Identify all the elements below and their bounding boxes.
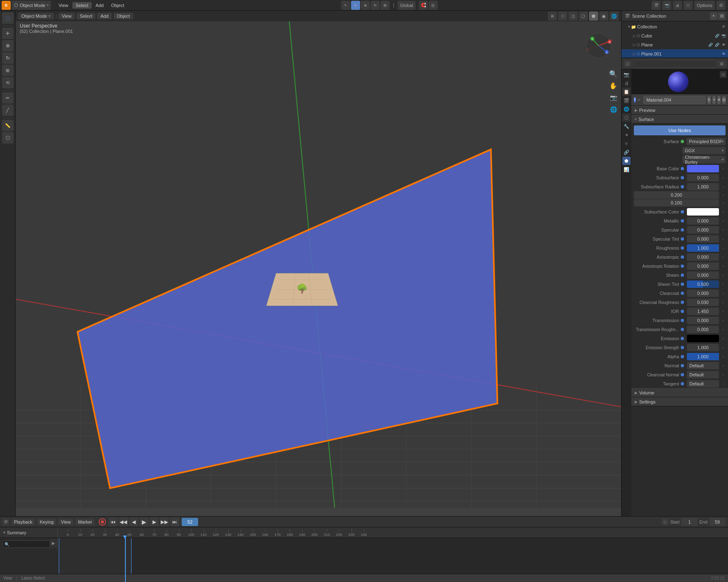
constraints-props-tab[interactable]: 🔗 (622, 148, 631, 156)
rendered-shading-btn[interactable]: 🌐 (610, 12, 619, 21)
filter-icon[interactable]: ⊟ (716, 1, 726, 10)
object-mode-dropdown[interactable]: Object Mode ▾ (18, 13, 54, 19)
preview-section-header[interactable]: ▶ Preview (631, 106, 728, 115)
tangent-arrow[interactable]: › (721, 380, 726, 387)
plane001-eye-btn[interactable]: 👁 (721, 51, 726, 57)
filter-collection-btn[interactable]: ⊟ (718, 12, 726, 20)
solid-shading-btn[interactable]: ⬟ (589, 12, 598, 21)
ior-arrow[interactable]: › (721, 308, 726, 315)
viewport-xray-btn[interactable]: ◫ (569, 12, 578, 21)
emission-arrow[interactable]: › (721, 335, 726, 342)
metallic-arrow[interactable]: › (721, 217, 726, 225)
subsurface-radius-arrow[interactable]: › (721, 183, 726, 190)
scene-view-btn[interactable]: 🌐 (608, 104, 619, 115)
sheen-tint-input[interactable]: 0.500 (687, 281, 719, 288)
summary-collapse-arrow[interactable]: ▾ (3, 530, 5, 535)
pan-btn[interactable]: ✋ (608, 80, 619, 91)
prev-keyframe-btn[interactable]: ◀◀ (119, 517, 128, 526)
roughness-arrow[interactable]: › (721, 244, 726, 252)
modifiers-props-tab[interactable]: 🔧 (622, 122, 631, 130)
select-tool-icon[interactable]: ↖ (341, 1, 350, 10)
data-props-tab[interactable]: 📊 (622, 165, 631, 174)
proportional-icon[interactable]: ◎ (429, 1, 438, 10)
anisotropic-input[interactable]: 0.000 (687, 253, 719, 261)
material-delete-btn[interactable]: ✕ (717, 96, 721, 104)
timeline-search-input[interactable] (2, 540, 55, 548)
physics-props-tab[interactable]: ⚛ (622, 139, 631, 148)
select-menu-vp[interactable]: Select (76, 13, 96, 19)
transmission-arrow[interactable]: › (721, 317, 726, 324)
scene-icon[interactable]: 🎬 (652, 1, 661, 10)
ior-input[interactable]: 1.450 (687, 308, 719, 315)
tree-item-plane[interactable]: ▷ ⬡ Plane 🔗 🔗 👁 (622, 40, 728, 49)
move-tool[interactable]: ⊕ (2, 40, 14, 51)
current-frame-input[interactable]: 52 (182, 518, 198, 526)
material-new-btn[interactable]: + (712, 96, 716, 104)
next-keyframe-btn[interactable]: ▶▶ (160, 517, 169, 526)
subsurface-radius-g-arrow[interactable]: › (721, 191, 726, 199)
material-name-input[interactable] (643, 96, 706, 104)
sheen-tint-arrow[interactable]: › (721, 281, 726, 288)
marker-menu[interactable]: Marker (76, 519, 95, 525)
normal-arrow[interactable]: › (721, 362, 726, 369)
annotate-tool[interactable]: ✏ (2, 92, 14, 104)
scene-props-tab[interactable]: 🎬 (622, 96, 631, 104)
rotate-tool-icon[interactable]: ↻ (371, 1, 380, 10)
timeline-expand-btn[interactable]: ▶ (49, 539, 58, 547)
new-collection-btn[interactable]: + (710, 12, 717, 20)
clearcoat-arrow[interactable]: › (721, 290, 726, 297)
object-props-tab[interactable]: ⬡ (622, 114, 631, 122)
specular-input[interactable]: 0.000 (687, 226, 719, 234)
tree-item-cube[interactable]: ▷ ⬡ Cube 🔗 📷 (622, 31, 728, 40)
select-box-tool[interactable]: ⬚ (2, 12, 14, 24)
subsurface-color-arrow[interactable]: › (721, 208, 726, 216)
clearcoat-normal-value[interactable]: Default (687, 371, 719, 378)
cursor-tool[interactable]: ✛ (2, 28, 14, 39)
specular-tint-input[interactable]: 0.000 (687, 235, 719, 243)
move-tool-icon[interactable]: ⊕ (361, 1, 370, 10)
axis-gizmo[interactable]: X Y Z (584, 31, 613, 60)
options-button[interactable]: Options (694, 1, 715, 10)
view-layer-props-tab[interactable]: 📋 (622, 88, 631, 96)
tangent-value[interactable]: Default (687, 380, 719, 387)
compositing-icon[interactable]: ⬡ (684, 1, 693, 10)
end-frame-input[interactable]: 59 (709, 518, 726, 526)
viewport-gizmo-btn[interactable]: ⊞ (548, 12, 557, 21)
transform-tool[interactable]: ⟲ (2, 77, 14, 88)
subsurface-radius-b-arrow[interactable]: › (721, 199, 726, 206)
scale-tool-icon[interactable]: ⊞ (381, 1, 390, 10)
cube-visibility-btn[interactable]: 🔗 (714, 33, 720, 39)
metallic-input[interactable]: 0.000 (687, 217, 719, 225)
emission-swatch[interactable] (687, 335, 719, 342)
clearcoat-input[interactable]: 0.000 (687, 290, 719, 297)
object-menu-vp[interactable]: Object (113, 13, 133, 19)
sheen-input[interactable]: 0.000 (687, 271, 719, 279)
subsurface-color-swatch[interactable] (687, 208, 719, 216)
tree-item-collection[interactable]: ▾ 📁 Collection 👁 (622, 22, 728, 31)
add-tool[interactable]: ⬡ (2, 132, 14, 144)
plane-eye-btn[interactable]: 👁 (721, 42, 726, 48)
subsurface-radius-r-input[interactable]: 1.000 (687, 183, 719, 190)
world-props-tab[interactable]: 🌐 (622, 105, 631, 113)
subsurface-arrow[interactable]: › (721, 174, 726, 181)
surface-section-header[interactable]: ▾ Surface (631, 115, 728, 124)
editor-type-button[interactable]: ⬡ Object Mode ▾ (12, 1, 51, 10)
emission-strength-arrow[interactable]: › (721, 344, 726, 351)
clearcoat-roughness-arrow[interactable]: › (721, 299, 726, 306)
timeline-editor-type[interactable]: ⏱ (2, 519, 9, 525)
properties-search-input[interactable] (633, 60, 716, 68)
menu-select[interactable]: Select (72, 2, 92, 9)
output-props-tab[interactable]: 🖨 (622, 79, 631, 87)
scale-tool[interactable]: ⊞ (2, 65, 14, 76)
transmission-roughness-arrow[interactable]: › (721, 326, 726, 333)
jump-start-btn[interactable]: ⏮ (109, 517, 118, 526)
transmission-roughness-input[interactable]: 0.000 (687, 326, 719, 333)
jump-end-btn[interactable]: ⏭ (170, 517, 179, 526)
material-filter-btn[interactable]: ⊟ (722, 96, 726, 104)
specular-arrow[interactable]: › (721, 226, 726, 234)
base-color-swatch[interactable] (687, 165, 719, 172)
render-icon[interactable]: 📷 (662, 1, 671, 10)
view-menu-vp[interactable]: View (58, 13, 75, 19)
camera-view-btn[interactable]: 📷 (608, 92, 619, 103)
blender-logo[interactable]: B (2, 1, 11, 10)
